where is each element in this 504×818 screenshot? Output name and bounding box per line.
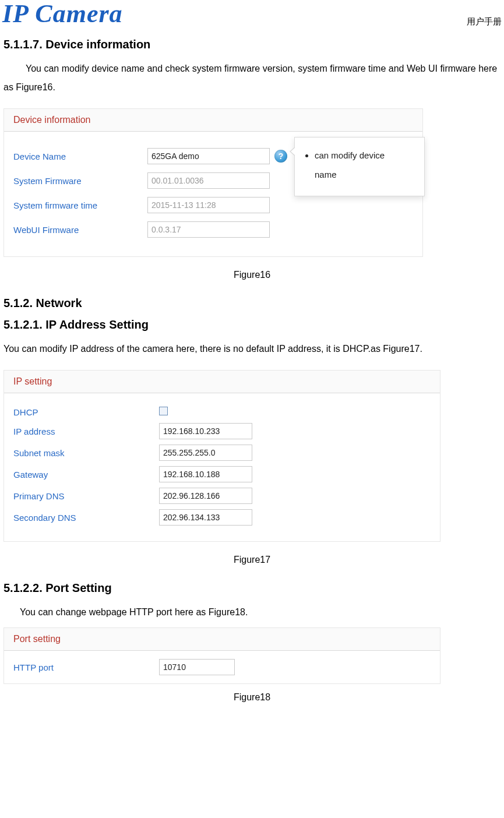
input-http-port[interactable] [159, 659, 235, 675]
heading-device-information: 5.1.1.7. Device information [3, 38, 501, 51]
tooltip-device-name: can modify device name [294, 137, 425, 196]
heading-port-setting: 5.1.2.2. Port Setting [3, 581, 501, 595]
label-secondary-dns: Secondary DNS [13, 513, 159, 523]
help-icon[interactable] [274, 150, 287, 163]
label-system-firmware-time: System firmware time [13, 200, 147, 210]
label-webui-firmware: WebUI Firmware [13, 225, 147, 235]
input-system-firmware [147, 172, 270, 189]
input-webui-firmware [147, 221, 270, 238]
label-subnet-mask: Subnet mask [13, 448, 159, 458]
caption-figure17: Figure17 [3, 555, 501, 565]
heading-network: 5.1.2. Network [3, 297, 501, 310]
input-secondary-dns[interactable] [159, 509, 252, 526]
tooltip-line2: name [304, 165, 415, 184]
input-primary-dns[interactable] [159, 488, 252, 504]
label-primary-dns: Primary DNS [13, 491, 159, 501]
panel-title-ip-setting: IP setting [4, 371, 440, 393]
label-http-port: HTTP port [13, 662, 159, 672]
input-device-name[interactable] [147, 148, 270, 164]
para-port-setting: You can change webpage HTTP port here as… [3, 603, 501, 622]
para-device-information: You can modify device name and check sys… [3, 59, 501, 97]
caption-figure16: Figure16 [3, 270, 501, 280]
ip-setting-panel: IP setting DHCP IP address Subnet mask [3, 370, 440, 542]
label-system-firmware: System Firmware [13, 176, 147, 186]
para-ip-address-setting: You can modify IP address of the camera … [3, 340, 501, 358]
manual-label: 用户手册 [467, 0, 502, 27]
page-header: IP Camera 用户手册 [0, 0, 504, 27]
input-system-firmware-time [147, 197, 270, 213]
input-gateway[interactable] [159, 466, 252, 482]
label-gateway: Gateway [13, 470, 159, 479]
label-device-name: Device Name [13, 151, 147, 161]
panel-title-port-setting: Port setting [4, 628, 440, 651]
heading-ip-address-setting: 5.1.2.1. IP Address Setting [3, 318, 501, 332]
port-setting-panel: Port setting HTTP port [3, 627, 440, 684]
device-information-panel: Device information can modify device nam… [3, 108, 423, 257]
input-subnet-mask[interactable] [159, 445, 252, 461]
label-dhcp: DHCP [13, 407, 159, 417]
logo: IP Camera [2, 0, 123, 27]
panel-title-device-information: Device information [4, 109, 422, 132]
label-ip-address: IP address [13, 426, 159, 436]
tooltip-line1: can modify device [315, 150, 385, 160]
input-ip-address[interactable] [159, 423, 252, 439]
checkbox-dhcp[interactable] [159, 407, 168, 415]
caption-figure18: Figure18 [3, 692, 501, 703]
